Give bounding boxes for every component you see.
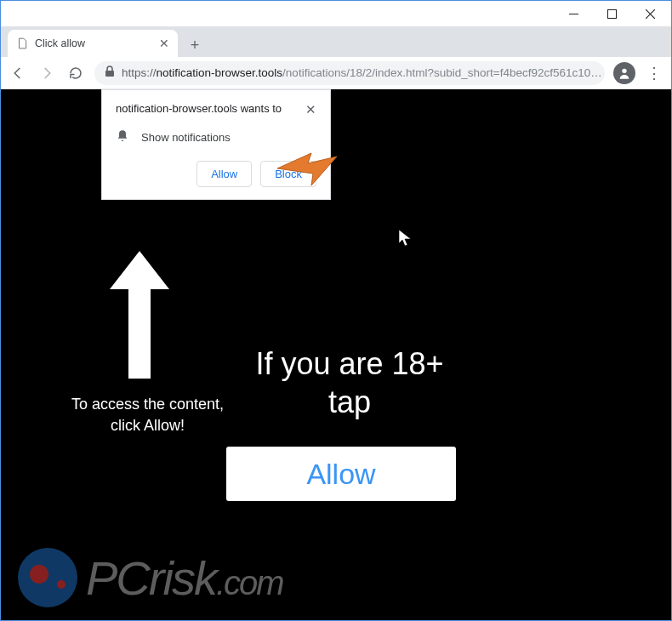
svg-marker-4 <box>277 153 337 185</box>
url-text: https://notification-browser.tools/notif… <box>122 66 602 79</box>
minimize-button[interactable] <box>555 2 593 26</box>
tab-strip: Click allow ✕ + <box>1 26 671 57</box>
bell-icon <box>116 129 129 145</box>
instruction-caption: To access the content, click Allow! <box>48 394 248 436</box>
watermark: PCrisk.com <box>18 548 283 607</box>
file-icon <box>16 37 28 49</box>
new-tab-button[interactable]: + <box>183 33 207 57</box>
close-icon <box>646 9 655 19</box>
person-icon <box>618 66 631 80</box>
active-tab[interactable]: Click allow ✕ <box>8 30 178 57</box>
watermark-logo-icon <box>18 548 77 607</box>
address-bar: https://notification-browser.tools/notif… <box>1 57 671 89</box>
arrow-left-icon <box>10 66 26 81</box>
up-arrow-icon <box>110 251 169 379</box>
permission-origin-text: notification-browser.tools wants to <box>116 102 282 115</box>
permission-item: Show notifications <box>116 129 316 145</box>
url-protocol: https:// <box>122 66 157 79</box>
maximize-button[interactable] <box>593 2 631 26</box>
svg-rect-0 <box>569 14 578 14</box>
caption-line-2: click Allow! <box>111 417 185 434</box>
pointer-arrow-icon <box>277 145 337 196</box>
lock-icon <box>105 66 115 80</box>
cursor-icon <box>399 230 411 250</box>
permission-close-button[interactable]: ✕ <box>305 102 316 117</box>
url-input[interactable]: https://notification-browser.tools/notif… <box>94 61 605 85</box>
svg-point-3 <box>622 68 626 72</box>
minimize-icon <box>569 14 578 14</box>
menu-button[interactable]: ⋮ <box>644 64 664 83</box>
allow-big-button[interactable]: Allow <box>226 447 456 501</box>
svg-rect-1 <box>608 9 617 18</box>
url-host: notification-browser.tools <box>157 66 283 79</box>
age-gate-headline: If you are 18+ tap <box>222 345 477 421</box>
window-titlebar <box>1 1 671 26</box>
watermark-text: PCrisk.com <box>86 550 283 606</box>
url-path: /notifications/18/2/index.html?subid_sho… <box>282 66 602 79</box>
permission-allow-button[interactable]: Allow <box>196 161 252 187</box>
headline-line-2: tap <box>328 385 371 419</box>
svg-rect-2 <box>105 71 114 77</box>
headline-line-1: If you are 18+ <box>255 346 443 381</box>
permission-item-label: Show notifications <box>141 131 231 144</box>
maximize-icon <box>607 9 617 19</box>
svg-marker-5 <box>110 251 169 379</box>
close-window-button[interactable] <box>631 2 669 26</box>
browser-window: Click allow ✕ + https://notification-bro… <box>0 0 672 621</box>
arrow-right-icon <box>39 66 54 81</box>
reload-button[interactable] <box>65 63 86 83</box>
profile-button[interactable] <box>613 62 635 84</box>
tab-close-button[interactable]: ✕ <box>159 37 169 50</box>
back-button[interactable] <box>8 63 28 83</box>
caption-line-1: To access the content, <box>71 396 224 413</box>
page-viewport: notification-browser.tools wants to ✕ Sh… <box>1 89 671 620</box>
forward-button[interactable] <box>37 63 57 83</box>
tab-title: Click allow <box>35 37 85 49</box>
reload-icon <box>68 66 83 81</box>
